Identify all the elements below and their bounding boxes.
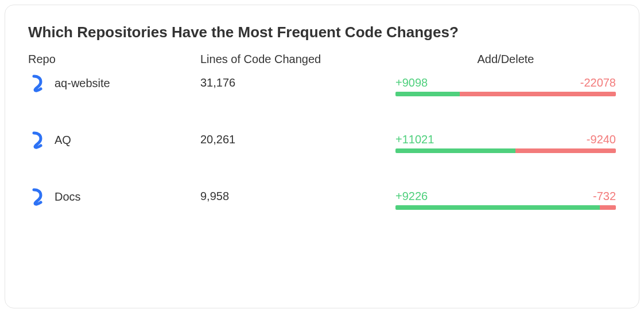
header-lines: Lines of Code Changed bbox=[200, 53, 395, 66]
repo-name: Docs bbox=[55, 190, 81, 204]
repo-changes-card: Which Repositories Have the Most Frequen… bbox=[5, 5, 639, 308]
add-delete-bar bbox=[395, 205, 616, 210]
header-ad: Add/Delete bbox=[395, 53, 616, 66]
lines-cell: 31,176 bbox=[200, 74, 395, 89]
repo-name: AQ bbox=[55, 134, 71, 147]
bar-deletions bbox=[515, 148, 616, 153]
repo-icon bbox=[28, 131, 46, 149]
table-row: AQ 20,261 +11021 -9240 bbox=[28, 131, 616, 153]
deletions-label: -22078 bbox=[580, 76, 616, 89]
repo-icon bbox=[28, 74, 46, 92]
lines-cell: 20,261 bbox=[200, 131, 395, 146]
bar-deletions bbox=[460, 92, 616, 96]
additions-label: +9226 bbox=[395, 190, 428, 203]
add-delete-cell: +11021 -9240 bbox=[395, 131, 616, 153]
add-delete-cell: +9226 -732 bbox=[395, 187, 616, 210]
repo-name: aq-website bbox=[55, 77, 110, 90]
bar-additions bbox=[395, 92, 460, 96]
table-row: Docs 9,958 +9226 -732 bbox=[28, 187, 616, 210]
additions-label: +11021 bbox=[395, 133, 434, 146]
table-header: Repo Lines of Code Changed Add/Delete bbox=[28, 53, 616, 66]
repo-cell: aq-website bbox=[28, 74, 200, 92]
bar-additions bbox=[395, 205, 600, 210]
add-delete-cell: +9098 -22078 bbox=[395, 74, 616, 96]
lines-cell: 9,958 bbox=[200, 187, 395, 203]
add-delete-bar bbox=[395, 148, 616, 153]
additions-label: +9098 bbox=[395, 76, 428, 89]
deletions-label: -9240 bbox=[587, 133, 616, 146]
card-title: Which Repositories Have the Most Frequen… bbox=[28, 24, 616, 41]
add-delete-bar bbox=[395, 92, 616, 96]
repo-icon bbox=[28, 187, 46, 206]
deletions-label: -732 bbox=[593, 190, 616, 203]
bar-deletions bbox=[600, 205, 616, 210]
repo-cell: Docs bbox=[28, 187, 200, 206]
header-repo: Repo bbox=[28, 53, 200, 66]
repo-cell: AQ bbox=[28, 131, 200, 149]
bar-additions bbox=[395, 148, 515, 153]
table-row: aq-website 31,176 +9098 -22078 bbox=[28, 74, 616, 96]
